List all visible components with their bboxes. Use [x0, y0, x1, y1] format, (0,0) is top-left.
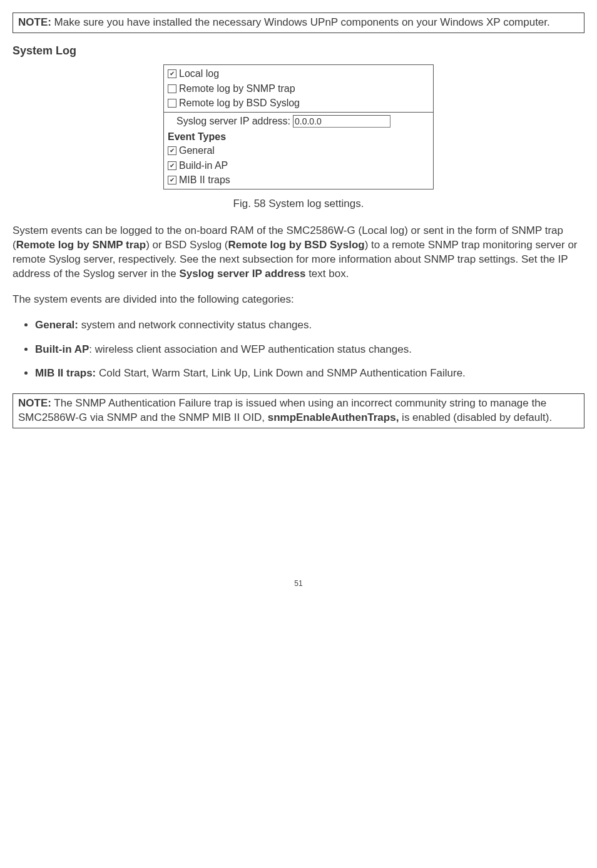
remote-bsd-row: Remote log by BSD Syslog [168, 96, 429, 111]
bullet-mib-bold: MIB II traps: [35, 367, 96, 379]
figure-log-types: ✔ Local log Remote log by SNMP trap Remo… [164, 65, 433, 113]
para1-post: text box. [305, 268, 349, 280]
buildin-ap-row: ✔ Build-in AP [168, 158, 429, 173]
bullet-builtin-text: wireless client association and WEP auth… [95, 343, 412, 355]
buildin-ap-label: Build-in AP [179, 159, 228, 173]
local-log-checkbox[interactable]: ✔ [168, 69, 176, 78]
general-label: General [179, 144, 215, 158]
para1-mid1: ) or BSD Syslog ( [146, 239, 228, 251]
bullet-builtin-ap: Built-in AP: wireless client association… [35, 343, 584, 357]
syslog-ip-label: Syslog server IP address: [176, 114, 290, 128]
note-label: NOTE: [18, 16, 51, 28]
mib-traps-row: ✔ MIB II traps [168, 173, 429, 188]
figure-box: ✔ Local log Remote log by SNMP trap Remo… [163, 64, 434, 189]
para1-bold2: Remote log by BSD Syslog [228, 239, 364, 251]
para1-bold3: Syslog server IP address [179, 268, 305, 280]
page-number: 51 [13, 578, 584, 588]
remote-bsd-label: Remote log by BSD Syslog [179, 96, 300, 110]
note2-bold: snmpEnableAuthenTraps, [268, 411, 399, 423]
general-row: ✔ General [168, 143, 429, 158]
buildin-ap-checkbox[interactable]: ✔ [168, 161, 176, 170]
note-text: Make sure you have installed the necessa… [51, 16, 550, 28]
event-types-heading: Event Types [168, 130, 429, 144]
figure-lower: Syslog server IP address: 0.0.0.0 Event … [164, 113, 433, 189]
syslog-ip-row: Syslog server IP address: 0.0.0.0 [168, 114, 429, 129]
paragraph-1: System events can be logged to the on-bo… [13, 224, 584, 281]
bullet-builtin-colon: : [89, 343, 94, 355]
bullet-general: General: system and network connectivity… [35, 318, 584, 333]
local-log-row: ✔ Local log [168, 66, 429, 81]
remote-snmp-row: Remote log by SNMP trap [168, 81, 429, 96]
bullet-list: General: system and network connectivity… [13, 318, 584, 381]
general-checkbox[interactable]: ✔ [168, 146, 176, 155]
bullet-builtin-bold: Built-in AP [35, 343, 89, 355]
syslog-ip-input[interactable]: 0.0.0.0 [293, 115, 390, 128]
remote-snmp-label: Remote log by SNMP trap [179, 82, 295, 96]
note2-label: NOTE: [18, 397, 51, 409]
bullet-general-bold: General: [35, 319, 78, 331]
bullet-mib-traps: MIB II traps: Cold Start, Warm Start, Li… [35, 366, 584, 381]
note2-post: is enabled (disabled by default). [399, 411, 552, 423]
note-box-bottom: NOTE: The SNMP Authentication Failure tr… [13, 393, 584, 428]
figure-wrap: ✔ Local log Remote log by SNMP trap Remo… [13, 64, 584, 211]
local-log-label: Local log [179, 67, 219, 81]
mib-traps-checkbox[interactable]: ✔ [168, 176, 176, 184]
note-box-top: NOTE: Make sure you have installed the n… [13, 13, 584, 33]
section-heading: System Log [13, 43, 584, 58]
para1-bold1: Remote log by SNMP trap [16, 239, 146, 251]
remote-bsd-checkbox[interactable] [168, 99, 176, 108]
figure-caption: Fig. 58 System log settings. [13, 197, 584, 211]
mib-traps-label: MIB II traps [179, 173, 230, 187]
remote-snmp-checkbox[interactable] [168, 84, 176, 93]
paragraph-2: The system events are divided into the f… [13, 293, 584, 307]
bullet-mib-text: Cold Start, Warm Start, Link Up, Link Do… [96, 367, 466, 379]
bullet-general-text: system and network connectivity status c… [78, 319, 312, 331]
